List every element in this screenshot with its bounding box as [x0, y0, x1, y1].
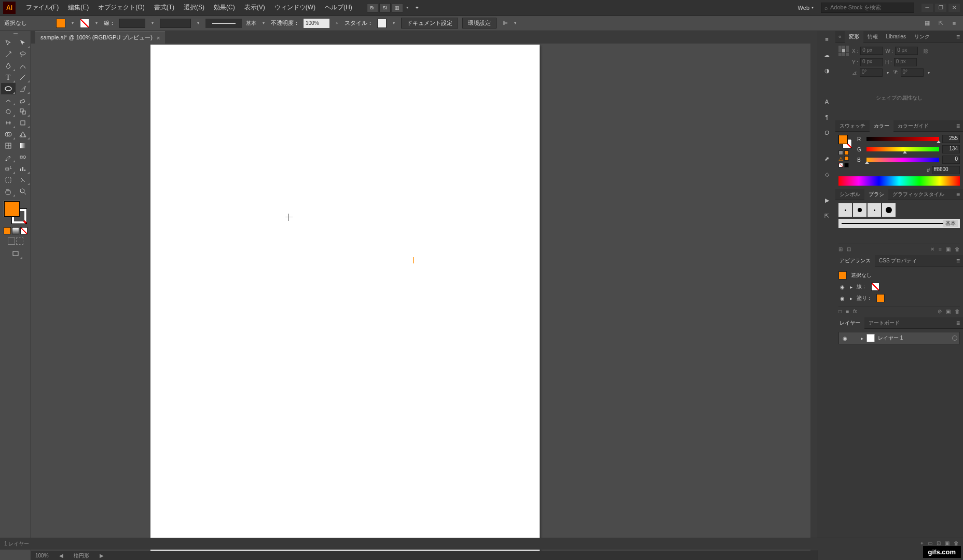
constrain-icon[interactable]: ⛓	[923, 48, 928, 54]
appearance-fill-swatch[interactable]	[876, 294, 885, 302]
style-dropdown[interactable]: ▾	[391, 21, 397, 25]
color-mode-icon[interactable]	[4, 227, 11, 234]
width-tool[interactable]	[1, 117, 16, 129]
g-value[interactable]: 134	[942, 145, 960, 153]
color-panel-menu[interactable]: ≡	[956, 122, 963, 130]
gradient-mode-icon[interactable]	[12, 227, 19, 234]
dock-export-icon[interactable]: ⇱	[822, 211, 832, 221]
lasso-tool[interactable]	[16, 49, 30, 60]
spot-icon[interactable]	[838, 150, 843, 155]
stroke-dropdown[interactable]: ▾	[93, 21, 100, 25]
align-icon[interactable]: ⊫	[503, 20, 508, 26]
brush-preview[interactable]	[205, 19, 242, 28]
expand-icon[interactable]: ▸	[850, 296, 852, 301]
brush-item[interactable]	[868, 203, 881, 217]
brush-lib-icon[interactable]: ⊞	[838, 246, 843, 252]
canvas[interactable]	[31, 44, 818, 560]
var-width-dropdown[interactable]: ▾	[195, 21, 201, 25]
shape-builder-tool[interactable]	[1, 129, 16, 140]
dup-item-icon[interactable]: ▣	[946, 309, 951, 314]
scale-tool[interactable]	[16, 106, 30, 117]
tab-transform[interactable]: 変形	[845, 31, 863, 43]
r-slider[interactable]	[866, 137, 939, 141]
blend-tool[interactable]	[16, 151, 30, 163]
dock-paragraph-icon[interactable]: ¶	[822, 112, 832, 122]
direct-selection-tool[interactable]	[16, 37, 30, 49]
layer-visibility-icon[interactable]: ◉	[841, 335, 848, 341]
none-mode-icon[interactable]	[20, 227, 27, 234]
clear-appearance-icon[interactable]: ⊘	[938, 309, 942, 314]
transform-panel-menu[interactable]: ≡	[956, 33, 963, 40]
new-brush-icon[interactable]: ▣	[946, 246, 951, 252]
b-value[interactable]: 0	[942, 156, 960, 164]
zoom-level[interactable]: 100%	[35, 553, 49, 558]
w-input[interactable]: 0 px	[895, 47, 918, 55]
style-swatch[interactable]	[377, 19, 387, 28]
y-input[interactable]: 0 px	[860, 58, 883, 66]
perspective-grid-tool[interactable]	[16, 129, 30, 140]
fill-dropdown[interactable]: ▾	[70, 21, 76, 25]
dock-color-icon[interactable]: ◑	[822, 65, 832, 76]
close-button[interactable]: ✕	[948, 4, 960, 12]
zoom-tool[interactable]	[16, 186, 30, 197]
color-spectrum[interactable]	[838, 176, 960, 186]
artboard[interactable]	[150, 45, 540, 558]
nav-prev-icon[interactable]: ◀	[59, 553, 63, 558]
brush-lib2-icon[interactable]: ⊡	[847, 246, 851, 252]
tab-info[interactable]: 情報	[863, 31, 882, 43]
visibility-icon[interactable]: ◉	[838, 284, 846, 290]
layer-expand-icon[interactable]: ▸	[861, 335, 863, 341]
tab-swatches[interactable]: スウォッチ	[835, 120, 870, 132]
layer-target-icon[interactable]	[952, 335, 957, 341]
tab-links[interactable]: リンク	[910, 31, 934, 43]
delete-item-icon[interactable]: 🗑	[955, 309, 960, 314]
curvature-tool[interactable]	[16, 60, 30, 72]
rotate-dropdown[interactable]: ▾	[885, 71, 891, 75]
snap-icon[interactable]: ⇱	[936, 19, 945, 28]
draw-behind-icon[interactable]	[16, 237, 23, 245]
new-fill-icon[interactable]: ■	[846, 309, 849, 314]
opacity-dropdown[interactable]: >	[334, 21, 340, 25]
tab-symbols[interactable]: シンボル	[835, 189, 864, 200]
mesh-tool[interactable]	[1, 140, 16, 151]
selection-tool[interactable]	[1, 37, 16, 49]
dock-menu-icon[interactable]: ≡	[822, 34, 832, 45]
menu-object[interactable]: オブジェクト(O)	[94, 1, 148, 14]
b-slider[interactable]	[866, 158, 939, 162]
dock-transform-icon[interactable]: ⬈	[822, 153, 832, 164]
shear-input[interactable]: 0°	[901, 68, 924, 77]
new-stroke-icon[interactable]: □	[838, 309, 842, 314]
symbol-sprayer-tool[interactable]	[1, 163, 16, 174]
tab-artboards[interactable]: アートボード	[864, 317, 904, 329]
out-of-gamut-icon[interactable]: ⚠	[838, 156, 843, 162]
gamut-swatch[interactable]	[844, 156, 849, 161]
menu-window[interactable]: ウィンドウ(W)	[270, 1, 320, 14]
bw-swatch[interactable]	[844, 163, 849, 167]
eyedropper-tool[interactable]	[1, 151, 16, 163]
g-slider[interactable]	[866, 147, 939, 151]
arrange-button[interactable]: ▥	[392, 3, 403, 12]
shear-dropdown[interactable]: ▾	[926, 71, 932, 75]
eraser-tool[interactable]	[16, 94, 30, 106]
fill-stroke-indicator[interactable]	[4, 201, 27, 224]
panel-menu-icon[interactable]: ≡	[950, 19, 959, 28]
brush-item[interactable]	[882, 203, 896, 217]
grid-icon[interactable]: ▦	[923, 19, 932, 28]
gradient-tool[interactable]	[16, 140, 30, 151]
document-setup-button[interactable]: ドキュメント設定	[401, 18, 458, 29]
stock-search[interactable]: ⌕Adobe Stock を検索	[821, 3, 914, 13]
menu-effect[interactable]: 効果(C)	[210, 1, 239, 14]
menu-view[interactable]: 表示(V)	[240, 1, 269, 14]
ellipse-tool[interactable]	[1, 83, 16, 94]
visibility-icon[interactable]: ◉	[838, 296, 846, 301]
fill-swatch[interactable]	[56, 19, 65, 28]
add-effect-icon[interactable]: fx	[853, 309, 857, 314]
gpu-icon[interactable]: ✦	[411, 3, 423, 12]
brush-remove-icon[interactable]: ✕	[930, 246, 934, 252]
shaper-tool[interactable]	[1, 94, 16, 106]
preferences-button[interactable]: 環境設定	[462, 18, 497, 29]
document-tab[interactable]: sample.ai* @ 100% (RGB/GPU プレビュー) ×	[35, 31, 165, 44]
layer-row[interactable]: ◉ ▸ レイヤー 1	[838, 332, 960, 344]
arrange-dropdown[interactable]: ▾	[404, 5, 410, 10]
minimize-button[interactable]: ─	[921, 4, 933, 12]
